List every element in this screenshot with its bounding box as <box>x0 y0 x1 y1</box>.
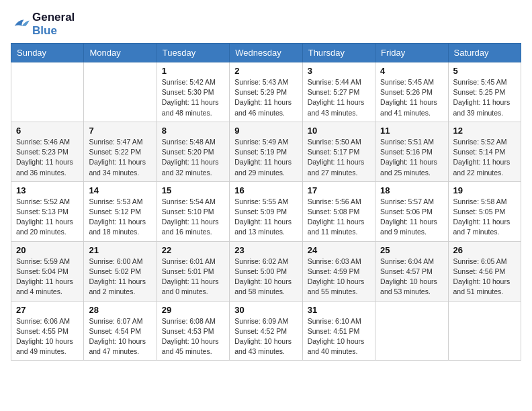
day-number: 10 <box>308 126 370 136</box>
day-number: 21 <box>89 245 151 255</box>
day-info: Sunrise: 6:09 AMSunset: 4:52 PMDaylight:… <box>234 316 297 357</box>
calendar-cell: 28Sunrise: 6:07 AMSunset: 4:54 PMDayligh… <box>84 301 157 361</box>
day-info: Sunrise: 6:05 AMSunset: 4:56 PMDaylight:… <box>453 257 516 298</box>
day-number: 14 <box>89 185 151 195</box>
day-number: 26 <box>453 245 516 255</box>
calendar-cell: 25Sunrise: 6:04 AMSunset: 4:57 PMDayligh… <box>375 241 448 301</box>
day-number: 18 <box>380 185 443 195</box>
day-info: Sunrise: 5:54 AMSunset: 5:10 PMDaylight:… <box>162 197 224 238</box>
calendar-week-row: 6Sunrise: 5:46 AMSunset: 5:23 PMDaylight… <box>11 122 521 181</box>
day-info: Sunrise: 5:52 AMSunset: 5:13 PMDaylight:… <box>16 197 79 238</box>
day-info: Sunrise: 5:59 AMSunset: 5:04 PMDaylight:… <box>16 257 79 298</box>
calendar-cell: 9Sunrise: 5:49 AMSunset: 5:19 PMDaylight… <box>230 122 302 181</box>
calendar-cell: 23Sunrise: 6:02 AMSunset: 5:00 PMDayligh… <box>230 241 302 301</box>
calendar-cell <box>84 62 157 122</box>
day-number: 30 <box>234 305 297 315</box>
calendar-cell: 4Sunrise: 5:45 AMSunset: 5:26 PMDaylight… <box>375 62 448 122</box>
calendar-cell: 21Sunrise: 6:00 AMSunset: 5:02 PMDayligh… <box>84 241 157 301</box>
day-number: 28 <box>89 305 151 315</box>
calendar-cell: 20Sunrise: 5:59 AMSunset: 5:04 PMDayligh… <box>11 241 84 301</box>
day-number: 25 <box>380 245 443 255</box>
calendar-cell: 10Sunrise: 5:50 AMSunset: 5:17 PMDayligh… <box>302 122 375 181</box>
day-number: 9 <box>234 126 297 136</box>
calendar-cell: 31Sunrise: 6:10 AMSunset: 4:51 PMDayligh… <box>302 301 375 361</box>
day-number: 13 <box>16 185 79 195</box>
day-number: 7 <box>89 126 151 136</box>
calendar-cell: 17Sunrise: 5:56 AMSunset: 5:08 PMDayligh… <box>302 181 375 241</box>
logo: General Blue <box>11 11 75 38</box>
day-number: 15 <box>162 185 224 195</box>
calendar-cell <box>375 301 448 361</box>
day-number: 8 <box>162 126 224 136</box>
day-info: Sunrise: 6:00 AMSunset: 5:02 PMDaylight:… <box>89 257 151 298</box>
column-header-thursday: Thursday <box>302 44 375 62</box>
calendar-cell: 6Sunrise: 5:46 AMSunset: 5:23 PMDaylight… <box>11 122 84 181</box>
day-number: 6 <box>16 126 79 136</box>
page-header: General Blue <box>11 11 521 38</box>
day-info: Sunrise: 5:56 AMSunset: 5:08 PMDaylight:… <box>308 197 370 238</box>
calendar-cell: 24Sunrise: 6:03 AMSunset: 4:59 PMDayligh… <box>302 241 375 301</box>
day-info: Sunrise: 6:02 AMSunset: 5:00 PMDaylight:… <box>234 257 297 298</box>
day-info: Sunrise: 5:58 AMSunset: 5:05 PMDaylight:… <box>453 197 516 238</box>
calendar-cell: 3Sunrise: 5:44 AMSunset: 5:27 PMDaylight… <box>302 62 375 122</box>
day-info: Sunrise: 5:44 AMSunset: 5:27 PMDaylight:… <box>308 77 370 118</box>
column-header-monday: Monday <box>84 44 157 62</box>
calendar-cell: 11Sunrise: 5:51 AMSunset: 5:16 PMDayligh… <box>375 122 448 181</box>
day-info: Sunrise: 5:43 AMSunset: 5:29 PMDaylight:… <box>234 77 297 118</box>
day-info: Sunrise: 5:49 AMSunset: 5:19 PMDaylight:… <box>234 137 297 178</box>
day-info: Sunrise: 5:42 AMSunset: 5:30 PMDaylight:… <box>162 77 224 118</box>
calendar-cell: 5Sunrise: 5:45 AMSunset: 5:25 PMDaylight… <box>448 62 521 122</box>
calendar-cell: 8Sunrise: 5:48 AMSunset: 5:20 PMDaylight… <box>157 122 229 181</box>
day-info: Sunrise: 5:45 AMSunset: 5:25 PMDaylight:… <box>453 77 516 118</box>
day-number: 2 <box>234 66 297 76</box>
column-header-friday: Friday <box>375 44 448 62</box>
calendar-cell: 27Sunrise: 6:06 AMSunset: 4:55 PMDayligh… <box>11 301 84 361</box>
calendar-cell: 14Sunrise: 5:53 AMSunset: 5:12 PMDayligh… <box>84 181 157 241</box>
day-number: 16 <box>234 185 297 195</box>
day-number: 1 <box>162 66 224 76</box>
day-number: 22 <box>162 245 224 255</box>
calendar-cell: 18Sunrise: 5:57 AMSunset: 5:06 PMDayligh… <box>375 181 448 241</box>
day-info: Sunrise: 5:50 AMSunset: 5:17 PMDaylight:… <box>308 137 370 178</box>
day-number: 29 <box>162 305 224 315</box>
calendar-week-row: 27Sunrise: 6:06 AMSunset: 4:55 PMDayligh… <box>11 301 521 361</box>
day-info: Sunrise: 5:55 AMSunset: 5:09 PMDaylight:… <box>234 197 297 238</box>
day-number: 11 <box>380 126 443 136</box>
day-info: Sunrise: 6:08 AMSunset: 4:53 PMDaylight:… <box>162 316 224 357</box>
day-number: 20 <box>16 245 79 255</box>
calendar-cell: 7Sunrise: 5:47 AMSunset: 5:22 PMDaylight… <box>84 122 157 181</box>
logo-icon <box>11 17 30 32</box>
day-number: 31 <box>308 305 370 315</box>
day-info: Sunrise: 6:06 AMSunset: 4:55 PMDaylight:… <box>16 316 79 357</box>
calendar-cell: 22Sunrise: 6:01 AMSunset: 5:01 PMDayligh… <box>157 241 229 301</box>
day-info: Sunrise: 5:46 AMSunset: 5:23 PMDaylight:… <box>16 137 79 178</box>
calendar-week-row: 1Sunrise: 5:42 AMSunset: 5:30 PMDaylight… <box>11 62 521 122</box>
day-number: 24 <box>308 245 370 255</box>
day-number: 17 <box>308 185 370 195</box>
column-header-tuesday: Tuesday <box>157 44 229 62</box>
calendar-cell: 30Sunrise: 6:09 AMSunset: 4:52 PMDayligh… <box>230 301 302 361</box>
day-info: Sunrise: 6:04 AMSunset: 4:57 PMDaylight:… <box>380 257 443 298</box>
day-number: 3 <box>308 66 370 76</box>
day-number: 19 <box>453 185 516 195</box>
day-info: Sunrise: 5:53 AMSunset: 5:12 PMDaylight:… <box>89 197 151 238</box>
calendar-cell: 15Sunrise: 5:54 AMSunset: 5:10 PMDayligh… <box>157 181 229 241</box>
calendar-week-row: 13Sunrise: 5:52 AMSunset: 5:13 PMDayligh… <box>11 181 521 241</box>
day-info: Sunrise: 6:10 AMSunset: 4:51 PMDaylight:… <box>308 316 370 357</box>
day-number: 12 <box>453 126 516 136</box>
column-header-sunday: Sunday <box>11 44 84 62</box>
day-info: Sunrise: 6:03 AMSunset: 4:59 PMDaylight:… <box>308 257 370 298</box>
day-number: 4 <box>380 66 443 76</box>
calendar-week-row: 20Sunrise: 5:59 AMSunset: 5:04 PMDayligh… <box>11 241 521 301</box>
calendar-cell: 1Sunrise: 5:42 AMSunset: 5:30 PMDaylight… <box>157 62 229 122</box>
day-number: 27 <box>16 305 79 315</box>
calendar-cell: 13Sunrise: 5:52 AMSunset: 5:13 PMDayligh… <box>11 181 84 241</box>
day-info: Sunrise: 6:01 AMSunset: 5:01 PMDaylight:… <box>162 257 224 298</box>
column-header-saturday: Saturday <box>448 44 521 62</box>
day-info: Sunrise: 5:52 AMSunset: 5:14 PMDaylight:… <box>453 137 516 178</box>
calendar-cell <box>448 301 521 361</box>
calendar-cell: 26Sunrise: 6:05 AMSunset: 4:56 PMDayligh… <box>448 241 521 301</box>
calendar-cell: 29Sunrise: 6:08 AMSunset: 4:53 PMDayligh… <box>157 301 229 361</box>
logo-text: General Blue <box>32 11 75 38</box>
day-number: 23 <box>234 245 297 255</box>
